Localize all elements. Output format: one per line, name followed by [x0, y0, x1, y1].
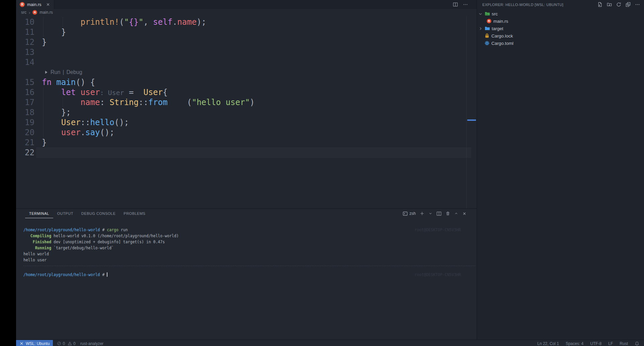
- error-count: 0: [63, 341, 65, 346]
- code-line-19[interactable]: 19 User::hello();: [16, 117, 477, 127]
- remote-label: WSL: Ubuntu: [26, 341, 50, 346]
- remote-indicator[interactable]: WSL: Ubuntu: [16, 340, 53, 346]
- tree-item-src[interactable]: src: [477, 10, 644, 17]
- code-line-11[interactable]: 11 }: [16, 27, 477, 37]
- panel-tab-terminal[interactable]: TERMINAL: [25, 209, 53, 218]
- tree-item-cargo-toml[interactable]: Cargo.toml: [477, 39, 644, 47]
- chevron-right-icon[interactable]: [478, 26, 483, 31]
- breadcrumb-folder[interactable]: src: [21, 10, 26, 15]
- eol[interactable]: LF: [608, 341, 613, 346]
- problems-summary[interactable]: 0 0: [57, 341, 75, 346]
- warning-count: 0: [73, 341, 76, 346]
- folder-icon: [485, 26, 490, 31]
- code-line-16[interactable]: 16 let user: User = User{: [16, 87, 477, 97]
- codelens-separator: |: [63, 69, 64, 75]
- explorer-sidebar: EXPLORER: HELLO-WORLD [WSL: UBUNTU] srcR…: [477, 0, 644, 340]
- terminal-row: Finished dev [unoptimized + debuginfo] t…: [23, 239, 477, 245]
- code-line-15[interactable]: 15fn main() {: [16, 77, 477, 87]
- code-line-21[interactable]: 21}: [16, 138, 477, 148]
- prompt-separator: [23, 266, 475, 266]
- line-number: 19: [16, 118, 34, 127]
- maximize-panel-icon[interactable]: [454, 211, 458, 215]
- refresh-icon[interactable]: [616, 2, 621, 7]
- line-number: 20: [16, 128, 34, 137]
- codelens-run-label[interactable]: Run: [51, 69, 60, 75]
- status-left: 0 0 rust-analyzer: [53, 341, 103, 346]
- new-file-icon[interactable]: [597, 2, 602, 7]
- breadcrumb-file[interactable]: main.rs: [39, 10, 53, 15]
- collapse-all-icon[interactable]: [626, 2, 631, 7]
- line-number: 14: [16, 58, 34, 67]
- code-line-12[interactable]: 12}: [16, 37, 477, 47]
- status-right: Ln 22, Col 1 Spaces: 4 UTF-8 LF Rust: [537, 341, 644, 346]
- tree-item-label: target: [492, 26, 503, 31]
- terminal-cursor: [107, 272, 107, 277]
- cursor-position[interactable]: Ln 22, Col 1: [537, 341, 559, 346]
- window-left-strip: [0, 0, 16, 346]
- status-bar: WSL: Ubuntu 0 0 rust-analyzer Ln 22, Col…: [16, 340, 644, 346]
- code-line-22[interactable]: 22: [16, 148, 477, 158]
- code-text: };: [42, 108, 71, 117]
- indentation[interactable]: Spaces: 4: [566, 341, 583, 346]
- tree-item-main-rs[interactable]: Rmain.rs: [477, 17, 644, 25]
- warning-icon: [68, 341, 72, 346]
- rust-file-icon: R: [20, 2, 25, 7]
- line-number: 21: [16, 138, 34, 147]
- language-mode[interactable]: Rust: [620, 341, 628, 346]
- terminal-output[interactable]: /home/root/playground/hello-world # carg…: [16, 218, 477, 278]
- code-line-14[interactable]: 14: [16, 57, 477, 67]
- gear-icon: [484, 40, 490, 46]
- rust-file-icon: R: [32, 10, 37, 15]
- notifications-bell-icon[interactable]: [635, 341, 639, 346]
- code-line-10[interactable]: 10 println!("{}", self.name);: [16, 17, 477, 27]
- kill-terminal-icon[interactable]: [446, 211, 450, 216]
- code-text: }: [42, 138, 47, 147]
- tree-item-label: src: [492, 11, 498, 16]
- panel-tab-problems[interactable]: PROBLEMS: [119, 209, 149, 218]
- line-number: 11: [16, 27, 34, 37]
- terminal-icon: [403, 211, 408, 216]
- tree-item-target[interactable]: target: [477, 25, 644, 32]
- views-more-icon[interactable]: [635, 2, 640, 7]
- encoding[interactable]: UTF-8: [590, 341, 601, 346]
- panel-tab-debug-console[interactable]: DEBUG CONSOLE: [77, 209, 119, 218]
- codelens-debug-label[interactable]: Debug: [67, 69, 82, 75]
- code-line-18[interactable]: 18 };: [16, 107, 477, 117]
- editor-actions: [453, 0, 477, 9]
- launch-profile-chevron-icon[interactable]: [428, 211, 432, 215]
- lsp-status[interactable]: rust-analyzer: [80, 341, 103, 346]
- code-editor[interactable]: 10 println!("{}", self.name);11 }12}1314…: [16, 16, 477, 208]
- split-terminal-icon[interactable]: [436, 211, 441, 216]
- tree-item-label: Cargo.lock: [491, 33, 513, 38]
- terminal-row: /home/root/playground/hello-world # carg…: [23, 227, 477, 233]
- explorer-title: EXPLORER: HELLO-WORLD [WSL: UBUNTU]: [482, 3, 563, 7]
- terminal-row: hello world: [23, 251, 477, 257]
- code-line-13[interactable]: 13: [16, 47, 477, 57]
- new-terminal-icon[interactable]: [420, 211, 424, 216]
- new-folder-icon[interactable]: [607, 2, 612, 7]
- file-tree: srcRmain.rstargetCargo.lockCargo.toml: [477, 9, 644, 47]
- line-number: 22: [16, 148, 34, 157]
- more-actions-icon[interactable]: [463, 2, 468, 7]
- split-editor-icon[interactable]: [453, 2, 458, 7]
- terminal-row: Compiling hello-world v0.1.0 (/home/root…: [23, 233, 477, 239]
- code-text: fn main() {: [42, 78, 95, 87]
- line-number: 12: [16, 37, 34, 47]
- run-icon[interactable]: [44, 70, 48, 74]
- tab-close-icon[interactable]: [46, 2, 50, 7]
- panel-tab-output[interactable]: OUTPUT: [53, 209, 77, 218]
- terminal-right-prompt: root@DESKTOP-CN5V3HR: [415, 227, 461, 233]
- close-panel-icon[interactable]: [462, 211, 467, 216]
- tab-bar: R main.rs: [16, 0, 477, 9]
- chevron-down-icon[interactable]: [478, 12, 483, 16]
- terminal-row: Running `target/debug/hello-world`: [23, 245, 477, 251]
- code-line-20[interactable]: 20 user.say();: [16, 127, 477, 138]
- tree-item-cargo-lock[interactable]: Cargo.lock: [477, 32, 644, 39]
- shell-selector[interactable]: zsh: [403, 211, 416, 216]
- codelens-run-debug[interactable]: Run|Debug: [16, 67, 477, 77]
- editor-column: R main.rs src › R main.rs 10 println!("{…: [16, 0, 477, 340]
- indent-guide: [43, 87, 44, 138]
- tab-main-rs[interactable]: R main.rs: [16, 0, 54, 9]
- line-number: 15: [16, 78, 34, 87]
- code-line-17[interactable]: 17 name: String::from ("hello user"): [16, 97, 477, 107]
